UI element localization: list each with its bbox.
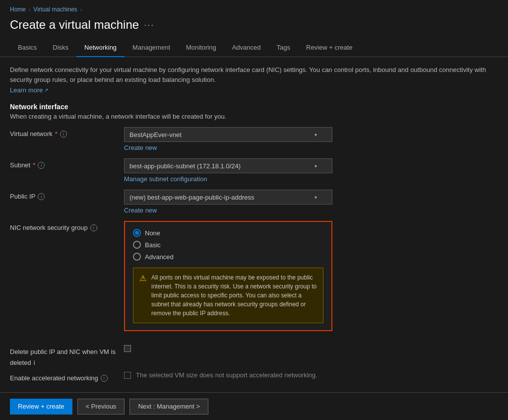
delete-public-ip-label-second: deleted i	[10, 359, 498, 366]
delete-ip-info-icon[interactable]: i	[34, 359, 35, 366]
public-ip-create-new[interactable]: Create new	[124, 207, 332, 214]
virtual-network-label: Virtual network * i	[10, 127, 119, 138]
virtual-network-info-icon[interactable]: i	[60, 131, 67, 138]
nic-security-radio-basic	[133, 241, 141, 249]
nic-security-box: None Basic Advanced ⚠ All ports on this …	[124, 221, 332, 331]
nic-security-radio-none	[133, 229, 141, 237]
virtual-network-create-new[interactable]: Create new	[124, 144, 332, 151]
subnet-label: Subnet * i	[10, 158, 119, 169]
subnet-select[interactable]: best-app-public-subnet (172.18.1.0/24) ▾	[124, 158, 332, 173]
accelerated-networking-checkbox-row: The selected VM size does not support ac…	[124, 371, 332, 379]
nic-security-option-advanced[interactable]: Advanced	[133, 253, 323, 261]
breadcrumb-sep1: ›	[29, 7, 30, 12]
nic-security-option-basic[interactable]: Basic	[133, 241, 323, 249]
tab-basics[interactable]: Basics	[10, 40, 45, 57]
network-interface-subtitle: When creating a virtual machine, a netwo…	[10, 113, 498, 120]
main-content: Define network connectivity for your vir…	[0, 57, 508, 398]
accelerated-networking-checkbox[interactable]	[124, 372, 131, 379]
public-ip-control: (new) best-app-web-page-public-ip-addres…	[124, 190, 332, 214]
public-ip-chevron: ▾	[315, 195, 317, 200]
nic-security-control: None Basic Advanced ⚠ All ports on this …	[124, 221, 332, 338]
breadcrumb: Home › Virtual machines ›	[0, 0, 508, 16]
page-title-container: Create a virtual machine ···	[0, 16, 508, 40]
delete-public-ip-row: Delete public IP and NIC when VM is	[10, 345, 498, 357]
nic-security-radio-advanced	[133, 253, 141, 261]
previous-button[interactable]: < Previous	[77, 399, 125, 415]
delete-public-ip-control	[124, 345, 332, 357]
warning-text: All ports on this virtual machine may be…	[151, 273, 317, 318]
virtual-network-control: BestAppEver-vnet ▾ Create new	[124, 127, 332, 151]
public-ip-select[interactable]: (new) best-app-web-page-public-ip-addres…	[124, 190, 332, 205]
virtual-network-select[interactable]: BestAppEver-vnet ▾	[124, 127, 332, 142]
more-options-icon[interactable]: ···	[144, 20, 154, 30]
page-title: Create a virtual machine	[10, 18, 139, 32]
tab-review-create[interactable]: Review + create	[298, 40, 361, 57]
public-ip-row: Public IP i (new) best-app-web-page-publ…	[10, 190, 498, 214]
virtual-network-required: *	[55, 130, 58, 138]
delete-public-ip-checkbox[interactable]	[124, 345, 131, 352]
network-interface-title: Network interface	[10, 103, 498, 111]
public-ip-info-icon[interactable]: i	[38, 193, 45, 200]
delete-public-ip-label: Delete public IP and NIC when VM is	[10, 345, 119, 355]
virtual-network-row: Virtual network * i BestAppEver-vnet ▾ C…	[10, 127, 498, 151]
accelerated-networking-control: The selected VM size does not support ac…	[124, 371, 332, 384]
tab-advanced[interactable]: Advanced	[224, 40, 269, 57]
tab-networking[interactable]: Networking	[76, 40, 125, 57]
accelerated-networking-info-icon[interactable]: i	[101, 375, 108, 382]
tab-disks[interactable]: Disks	[45, 40, 76, 57]
subnet-manage-link[interactable]: Manage subnet configuration	[124, 175, 332, 183]
accelerated-networking-row: Enable accelerated networking i The sele…	[10, 371, 498, 384]
accelerated-networking-note: The selected VM size does not support ac…	[136, 371, 318, 379]
nic-security-radio-group: None Basic Advanced	[133, 229, 323, 261]
virtual-network-chevron: ▾	[315, 132, 317, 138]
nic-security-label: NIC network security group i	[10, 221, 119, 231]
subnet-chevron: ▾	[315, 163, 317, 169]
nic-security-warning: ⚠ All ports on this virtual machine may …	[133, 268, 323, 323]
warning-icon: ⚠	[139, 274, 146, 283]
page-description: Define network connectivity for your vir…	[10, 65, 498, 84]
review-create-button[interactable]: Review + create	[10, 399, 72, 415]
subnet-info-icon[interactable]: i	[38, 162, 45, 169]
breadcrumb-sep2: ›	[80, 7, 82, 12]
breadcrumb-home[interactable]: Home	[10, 6, 26, 13]
tab-management[interactable]: Management	[125, 40, 178, 57]
footer-bar: Review + create < Previous Next : Manage…	[0, 392, 508, 420]
public-ip-label: Public IP i	[10, 190, 119, 200]
nic-security-option-none[interactable]: None	[133, 229, 323, 237]
next-button[interactable]: Next : Management >	[129, 399, 208, 415]
description-learn-more[interactable]: Learn more	[10, 86, 48, 94]
breadcrumb-vms[interactable]: Virtual machines	[33, 6, 77, 13]
subnet-required: *	[33, 161, 35, 169]
tab-tags[interactable]: Tags	[269, 40, 298, 57]
delete-public-ip-checkbox-row	[124, 345, 332, 352]
nic-security-info-icon[interactable]: i	[90, 224, 97, 231]
tabs-container: Basics Disks Networking Management Monit…	[0, 40, 508, 57]
subnet-row: Subnet * i best-app-public-subnet (172.1…	[10, 158, 498, 183]
nic-security-row: NIC network security group i None Basic	[10, 221, 498, 338]
subnet-control: best-app-public-subnet (172.18.1.0/24) ▾…	[124, 158, 332, 183]
tab-monitoring[interactable]: Monitoring	[178, 40, 224, 57]
accelerated-networking-label: Enable accelerated networking i	[10, 371, 119, 382]
